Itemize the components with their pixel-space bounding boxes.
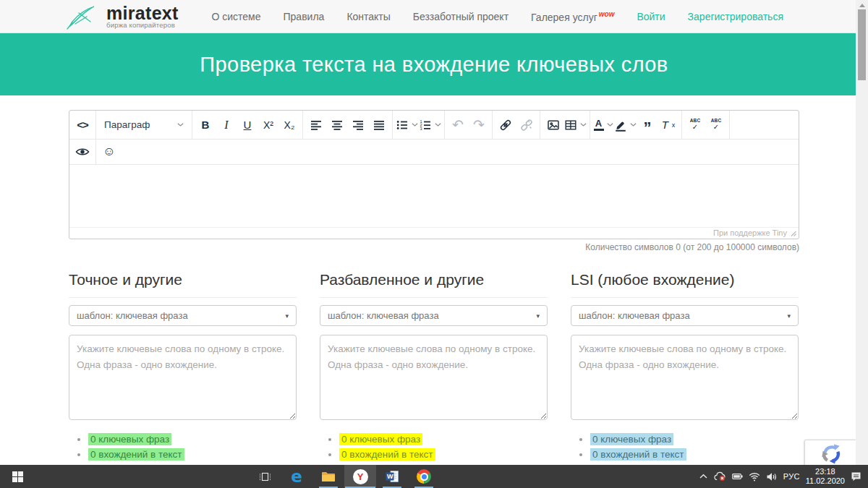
taskbar-word[interactable]: W — [376, 465, 408, 488]
taskbar-yandex-browser[interactable]: Y — [344, 465, 376, 488]
numbered-list-button[interactable]: 123 — [419, 115, 441, 135]
select-arrow-icon: ▾ — [536, 312, 540, 320]
spellcheck-button[interactable]: ABC✓ — [685, 115, 705, 135]
insert-table-button[interactable] — [564, 115, 587, 135]
chevron-down-icon — [412, 123, 418, 127]
system-tray: РУС 23:18 11.02.2020 — [699, 465, 868, 488]
logo-title: miratext — [106, 4, 179, 22]
clear-formatting-button[interactable]: Tx — [658, 115, 678, 135]
tray-volume-button[interactable] — [766, 472, 778, 481]
italic-button[interactable]: I — [216, 115, 237, 135]
column-exact: Точное и другие шаблон: ключевая фраза ▾… — [69, 271, 297, 481]
battery-icon — [732, 473, 743, 480]
taskbar-edge[interactable]: e — [281, 465, 312, 488]
text-color-icon: A — [594, 119, 604, 131]
stat-item: 0 ключевых фраз — [590, 432, 799, 447]
emoji-button[interactable]: ☺ — [99, 142, 119, 162]
spellcheck-icon: ABC✓ — [711, 119, 722, 131]
nav-item-project[interactable]: Беззаботный проект — [413, 11, 509, 22]
main-content: <> Параграф B I U X² X₂ — [69, 95, 799, 481]
task-view-button[interactable] — [249, 465, 281, 488]
chevron-down-icon — [435, 123, 441, 127]
tray-battery-button[interactable] — [732, 473, 743, 480]
unlink-icon — [520, 119, 533, 132]
windows-logo-icon — [12, 471, 23, 482]
template-select[interactable]: шаблон: ключевая фраза ▾ — [69, 305, 297, 326]
chevron-up-icon — [699, 474, 708, 479]
chevron-down-icon — [607, 123, 613, 127]
eye-icon — [75, 146, 90, 158]
action-center-button[interactable] — [851, 471, 861, 481]
link-icon — [499, 119, 512, 132]
page-title: Проверка текста на вхождение ключевых сл… — [200, 53, 668, 77]
nav-item-rules[interactable]: Правила — [284, 11, 325, 22]
editor-content-area[interactable] — [69, 165, 799, 227]
logo[interactable]: miratext биржа копирайтеров — [61, 2, 179, 31]
preview-button[interactable] — [72, 142, 93, 162]
align-right-icon — [352, 119, 365, 132]
nav-item-contacts[interactable]: Контакты — [346, 11, 390, 22]
scrollbar-up-arrow[interactable] — [856, 0, 868, 10]
underline-button[interactable]: U — [237, 115, 258, 135]
template-select[interactable]: шаблон: ключевая фраза ▾ — [571, 305, 799, 326]
recaptcha-badge[interactable] — [804, 440, 858, 468]
redo-button[interactable]: ↷ — [469, 115, 489, 135]
powered-by-tiny-link[interactable]: При поддержке Tiny — [713, 228, 787, 237]
speaker-icon — [766, 472, 778, 481]
superscript-button[interactable]: X² — [258, 115, 278, 135]
stat-phrases: 0 ключевых фраз — [88, 433, 171, 445]
nav-item-gallery[interactable]: Галерея услугwow — [531, 10, 614, 23]
chevron-down-icon — [580, 123, 587, 127]
source-code-button[interactable]: <> — [72, 115, 93, 135]
tray-language-button[interactable]: РУС — [783, 472, 800, 481]
nav-register-link[interactable]: Зарегистрироваться — [688, 11, 783, 22]
recaptcha-icon — [820, 443, 842, 465]
scrollbar-thumb[interactable] — [858, 9, 866, 80]
select-arrow-icon: ▾ — [787, 312, 791, 320]
paragraph-format-select[interactable]: Параграф — [99, 115, 189, 135]
tray-wifi-button[interactable] — [749, 472, 760, 481]
highlight-color-button[interactable] — [614, 115, 637, 135]
yandex-icon: Y — [353, 469, 368, 484]
editor-toolbar-row2: ☺ — [69, 140, 799, 165]
stat-item: 0 вхождений в текст — [590, 447, 799, 462]
bold-button[interactable]: B — [195, 115, 216, 135]
spellcheck-language-button[interactable]: ABC✓ — [706, 115, 726, 135]
svg-text:3: 3 — [420, 127, 422, 131]
scrollbar[interactable] — [856, 0, 868, 465]
blockquote-button[interactable]: ” — [637, 115, 658, 135]
subscript-button[interactable]: X₂ — [279, 115, 299, 135]
keywords-textarea[interactable] — [320, 335, 548, 420]
start-button[interactable] — [0, 465, 35, 488]
keywords-textarea[interactable] — [571, 335, 799, 420]
align-left-button[interactable] — [306, 115, 326, 135]
align-center-button[interactable] — [327, 115, 347, 135]
keywords-textarea[interactable] — [69, 335, 297, 420]
taskbar-chrome[interactable] — [408, 465, 440, 488]
top-nav: miratext биржа копирайтеров О системе Пр… — [0, 0, 868, 33]
undo-button[interactable]: ↶ — [448, 115, 468, 135]
nav-login-link[interactable]: Войти — [637, 11, 665, 22]
column-title: Разбавленное и другие — [320, 271, 548, 298]
tray-clock[interactable]: 23:18 11.02.2020 — [806, 467, 845, 486]
spellcheck-icon: ABC✓ — [690, 119, 701, 131]
taskbar-file-explorer[interactable] — [312, 465, 344, 488]
align-right-button[interactable] — [348, 115, 368, 135]
tray-sync-error-button[interactable] — [714, 471, 726, 481]
remove-link-button[interactable] — [516, 115, 537, 135]
text-color-button[interactable]: A — [593, 115, 613, 135]
wow-badge: wow — [599, 10, 615, 18]
editor-toolbar-row1: <> Параграф B I U X² X₂ — [69, 111, 799, 140]
bullet-list-button[interactable] — [396, 115, 418, 135]
insert-image-button[interactable] — [543, 115, 563, 135]
insert-link-button[interactable] — [495, 115, 516, 135]
tray-expand-button[interactable] — [699, 474, 708, 479]
resize-handle-icon[interactable] — [790, 230, 796, 236]
align-justify-button[interactable] — [369, 115, 389, 135]
rich-text-editor: <> Параграф B I U X² X₂ — [69, 110, 799, 239]
nav-item-about[interactable]: О системе — [211, 11, 260, 22]
editor-statusbar: При поддержке Tiny — [69, 227, 799, 239]
template-select[interactable]: шаблон: ключевая фраза ▾ — [320, 305, 548, 326]
char-counter: Количество символов 0 (от 200 до 100000 … — [69, 242, 799, 252]
column-diluted: Разбавленное и другие шаблон: ключевая ф… — [320, 271, 548, 481]
